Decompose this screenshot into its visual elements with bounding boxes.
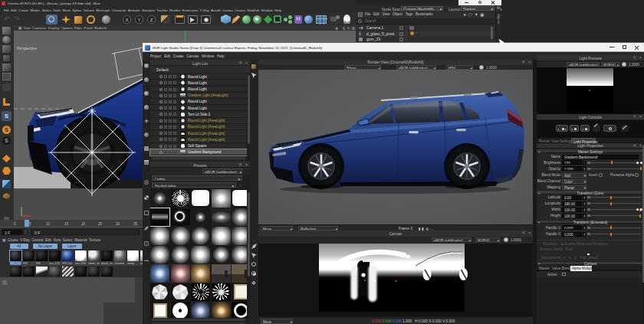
svg-text:Perspective: Perspective: [17, 46, 37, 51]
